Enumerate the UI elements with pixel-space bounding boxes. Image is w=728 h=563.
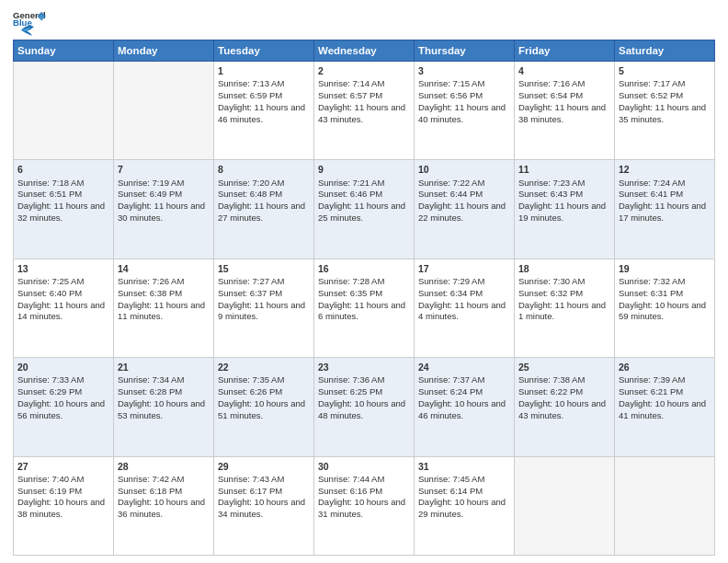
- sunrise-text: Sunrise: 7:45 AM: [418, 474, 484, 484]
- calendar-cell: [114, 62, 214, 160]
- sunrise-text: Sunrise: 7:26 AM: [118, 276, 184, 286]
- calendar-cell: [14, 62, 114, 160]
- sunrise-text: Sunrise: 7:38 AM: [518, 374, 585, 385]
- day-number: 25: [518, 361, 610, 373]
- sunset-text: Sunset: 6:38 PM: [118, 288, 182, 298]
- sunset-text: Sunset: 6:54 PM: [518, 90, 583, 100]
- daylight-text: Daylight: 10 hours and 31 minutes.: [318, 497, 405, 519]
- daylight-text: Daylight: 10 hours and 51 minutes.: [218, 398, 305, 420]
- day-number: 22: [218, 361, 310, 373]
- calendar-cell: 2Sunrise: 7:14 AMSunset: 6:57 PMDaylight…: [314, 62, 415, 160]
- sunset-text: Sunset: 6:16 PM: [318, 486, 382, 496]
- sunset-text: Sunset: 6:21 PM: [619, 386, 683, 396]
- sunrise-text: Sunrise: 7:32 AM: [619, 276, 685, 286]
- sunrise-text: Sunrise: 7:30 AM: [518, 276, 585, 286]
- col-header-sunday: Sunday: [14, 40, 114, 62]
- sunrise-text: Sunrise: 7:15 AM: [418, 78, 484, 88]
- calendar-cell: 13Sunrise: 7:25 AMSunset: 6:40 PMDayligh…: [14, 259, 114, 357]
- sunrise-text: Sunrise: 7:44 AM: [318, 474, 384, 484]
- calendar-cell: 19Sunrise: 7:32 AMSunset: 6:31 PMDayligh…: [615, 259, 715, 357]
- daylight-text: Daylight: 11 hours and 22 minutes.: [418, 201, 506, 223]
- calendar-cell: [615, 456, 715, 555]
- calendar-cell: 6Sunrise: 7:18 AMSunset: 6:51 PMDaylight…: [14, 160, 114, 259]
- calendar-cell: 21Sunrise: 7:34 AMSunset: 6:28 PMDayligh…: [114, 358, 214, 456]
- header: General Blue: [13, 9, 715, 34]
- daylight-text: Daylight: 11 hours and 6 minutes.: [318, 300, 405, 322]
- day-number: 16: [318, 262, 410, 275]
- daylight-text: Daylight: 10 hours and 48 minutes.: [318, 398, 405, 420]
- calendar-cell: 12Sunrise: 7:24 AMSunset: 6:41 PMDayligh…: [615, 160, 715, 259]
- daylight-text: Daylight: 11 hours and 17 minutes.: [619, 201, 706, 223]
- sunset-text: Sunset: 6:49 PM: [118, 189, 182, 199]
- daylight-text: Daylight: 10 hours and 36 minutes.: [118, 497, 205, 519]
- sunrise-text: Sunrise: 7:24 AM: [619, 178, 685, 188]
- calendar-cell: 29Sunrise: 7:43 AMSunset: 6:17 PMDayligh…: [214, 456, 314, 555]
- calendar-cell: 1Sunrise: 7:13 AMSunset: 6:59 PMDaylight…: [214, 62, 314, 160]
- daylight-text: Daylight: 10 hours and 53 minutes.: [118, 398, 205, 420]
- calendar-cell: 30Sunrise: 7:44 AMSunset: 6:16 PMDayligh…: [314, 456, 415, 555]
- sunrise-text: Sunrise: 7:36 AM: [318, 374, 384, 385]
- sunrise-text: Sunrise: 7:40 AM: [17, 474, 84, 484]
- sunset-text: Sunset: 6:57 PM: [318, 90, 382, 100]
- daylight-text: Daylight: 11 hours and 40 minutes.: [418, 102, 506, 124]
- daylight-text: Daylight: 10 hours and 41 minutes.: [619, 398, 706, 420]
- day-number: 12: [619, 163, 711, 176]
- calendar-week-3: 13Sunrise: 7:25 AMSunset: 6:40 PMDayligh…: [14, 259, 715, 357]
- daylight-text: Daylight: 10 hours and 46 minutes.: [418, 398, 506, 420]
- sunrise-text: Sunrise: 7:42 AM: [118, 474, 184, 484]
- calendar-cell: 16Sunrise: 7:28 AMSunset: 6:35 PMDayligh…: [314, 259, 415, 357]
- calendar-week-2: 6Sunrise: 7:18 AMSunset: 6:51 PMDaylight…: [14, 160, 715, 259]
- day-number: 27: [17, 460, 109, 473]
- day-number: 24: [418, 361, 510, 373]
- calendar-week-5: 27Sunrise: 7:40 AMSunset: 6:19 PMDayligh…: [14, 456, 715, 555]
- day-number: 6: [17, 163, 109, 176]
- daylight-text: Daylight: 10 hours and 43 minutes.: [518, 398, 606, 420]
- calendar-cell: 22Sunrise: 7:35 AMSunset: 6:26 PMDayligh…: [214, 358, 314, 456]
- day-number: 30: [318, 460, 410, 473]
- day-number: 5: [619, 64, 711, 77]
- day-number: 15: [218, 262, 310, 275]
- day-number: 29: [218, 460, 310, 473]
- sunrise-text: Sunrise: 7:14 AM: [318, 78, 384, 88]
- day-number: 2: [318, 64, 410, 77]
- calendar-cell: 17Sunrise: 7:29 AMSunset: 6:34 PMDayligh…: [415, 259, 515, 357]
- sunrise-text: Sunrise: 7:19 AM: [118, 178, 184, 188]
- daylight-text: Daylight: 11 hours and 27 minutes.: [218, 201, 305, 223]
- daylight-text: Daylight: 11 hours and 25 minutes.: [318, 201, 405, 223]
- daylight-text: Daylight: 10 hours and 29 minutes.: [418, 497, 506, 519]
- daylight-text: Daylight: 11 hours and 14 minutes.: [17, 300, 105, 322]
- daylight-text: Daylight: 11 hours and 4 minutes.: [418, 300, 506, 322]
- sunset-text: Sunset: 6:29 PM: [17, 386, 82, 396]
- calendar-week-1: 1Sunrise: 7:13 AMSunset: 6:59 PMDaylight…: [14, 62, 715, 160]
- day-number: 18: [518, 262, 610, 275]
- calendar-cell: 10Sunrise: 7:22 AMSunset: 6:44 PMDayligh…: [415, 160, 515, 259]
- sunset-text: Sunset: 6:40 PM: [17, 288, 82, 298]
- sunrise-text: Sunrise: 7:28 AM: [318, 276, 384, 286]
- sunrise-text: Sunrise: 7:13 AM: [218, 78, 284, 88]
- sunset-text: Sunset: 6:44 PM: [418, 189, 483, 199]
- sunrise-text: Sunrise: 7:33 AM: [17, 374, 84, 385]
- calendar-cell: 7Sunrise: 7:19 AMSunset: 6:49 PMDaylight…: [114, 160, 214, 259]
- col-header-monday: Monday: [114, 40, 214, 62]
- sunrise-text: Sunrise: 7:34 AM: [118, 374, 184, 385]
- sunset-text: Sunset: 6:26 PM: [218, 386, 282, 396]
- day-number: 21: [118, 361, 210, 373]
- page: General Blue SundayMondayTuesdayWednesda…: [0, 0, 728, 563]
- sunset-text: Sunset: 6:14 PM: [418, 486, 483, 496]
- sunset-text: Sunset: 6:25 PM: [318, 386, 382, 396]
- sunset-text: Sunset: 6:31 PM: [619, 288, 683, 298]
- daylight-text: Daylight: 11 hours and 11 minutes.: [118, 300, 205, 322]
- sunrise-text: Sunrise: 7:16 AM: [518, 78, 585, 88]
- calendar-cell: 31Sunrise: 7:45 AMSunset: 6:14 PMDayligh…: [415, 456, 515, 555]
- calendar-cell: 25Sunrise: 7:38 AMSunset: 6:22 PMDayligh…: [515, 358, 615, 456]
- sunset-text: Sunset: 6:22 PM: [518, 386, 583, 396]
- logo: General Blue: [13, 9, 46, 34]
- sunset-text: Sunset: 6:37 PM: [218, 288, 282, 298]
- day-number: 20: [17, 361, 109, 373]
- calendar-cell: [515, 456, 615, 555]
- sunset-text: Sunset: 6:52 PM: [619, 90, 683, 100]
- daylight-text: Daylight: 10 hours and 38 minutes.: [17, 497, 105, 519]
- calendar-cell: 26Sunrise: 7:39 AMSunset: 6:21 PMDayligh…: [615, 358, 715, 456]
- calendar-cell: 3Sunrise: 7:15 AMSunset: 6:56 PMDaylight…: [415, 62, 515, 160]
- sunrise-text: Sunrise: 7:21 AM: [318, 178, 384, 188]
